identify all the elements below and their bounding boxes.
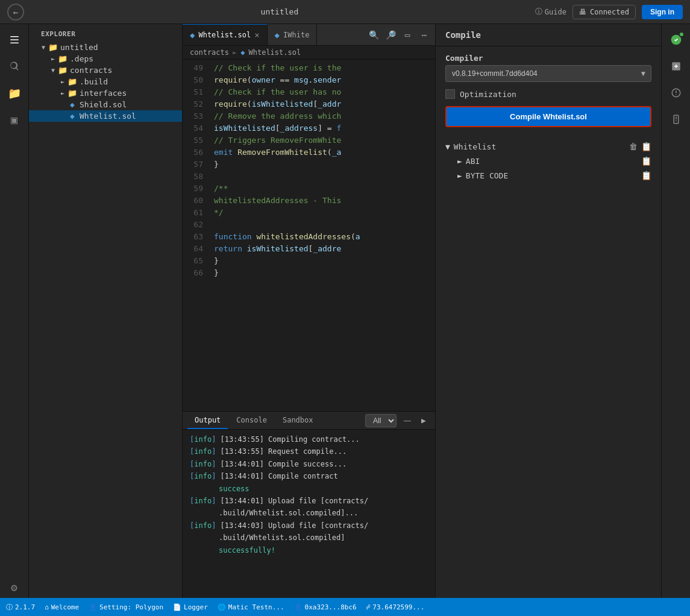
artifacts-section: ▼ Whitelist 🗑 📋 ► ABI 📋 ► BYTE CODE	[436, 134, 661, 187]
tree-label-whtelist: Whtelist.sol	[80, 112, 182, 121]
editor-area: ◆ Whtelist.sol × ◆ IWhite 🔍 🔎 ▭ ⋯ contra…	[183, 24, 435, 598]
filter-select[interactable]: All	[365, 414, 397, 427]
chevron-right-icon: ►	[457, 171, 462, 180]
address-text: 0xa323...8bc6	[305, 603, 357, 611]
copy-icon[interactable]: 📋	[641, 142, 651, 151]
chevron-right-icon: ►	[58, 78, 67, 85]
activity-explorer[interactable]	[4, 29, 25, 51]
right-icon-compile[interactable]	[665, 29, 687, 51]
breadcrumb-file[interactable]: Whtelist.sol	[249, 48, 301, 57]
optimization-label: Optimization	[460, 90, 516, 99]
split-editor-icon[interactable]: ▭	[400, 28, 415, 42]
status-logger[interactable]: 📄 Logger	[173, 603, 208, 611]
status-balance[interactable]: ☍ 73.6472599...	[366, 603, 425, 611]
main-layout: 📁 ▣ ⚙ EXPLORER ▼ 📁 untitled ► 📁 .deps ▼ …	[0, 24, 690, 598]
tab-whtelist-close[interactable]: ×	[254, 30, 259, 40]
right-icon-clipboard[interactable]	[665, 108, 687, 130]
artifact-abi[interactable]: ► ABI 📋	[457, 154, 651, 168]
compile-button[interactable]: Compile Whtelist.sol	[445, 106, 651, 127]
compiler-label: Compiler	[445, 54, 651, 63]
code-content[interactable]: // Check if the user is the require(owne…	[209, 60, 435, 411]
tree-item-shield[interactable]: ◆ Shield.sol	[29, 99, 182, 110]
network-text: Matic Testn...	[228, 603, 284, 611]
copy-bytecode-icon[interactable]: 📋	[641, 171, 651, 180]
tree-item-build[interactable]: ► 📁 .build	[29, 76, 182, 87]
scroll-lock-icon[interactable]: ▶	[417, 414, 430, 427]
sidebar: EXPLORER ▼ 📁 untitled ► 📁 .deps ▼ 📁 cont…	[29, 24, 183, 598]
breadcrumb-sol-icon: ◆	[240, 48, 245, 57]
status-welcome[interactable]: ⌂ Welcome	[45, 603, 79, 611]
right-icon-settings[interactable]	[665, 82, 687, 104]
version-icon: ⓘ	[6, 603, 13, 612]
activity-bar: 📁 ▣ ⚙	[0, 24, 29, 598]
artifact-name: Whitelist	[454, 142, 496, 151]
tree-label-contracts: contracts	[70, 66, 182, 75]
guide-button[interactable]: ⓘ Guide	[535, 7, 566, 17]
compiler-version-select[interactable]: v0.8.19+commit.7dd6d404	[445, 65, 651, 82]
top-bar-right: ⓘ Guide 🖶 Connected Sign in	[535, 5, 683, 19]
activity-extensions[interactable]: ▣	[4, 108, 25, 130]
code-line-59: /**	[214, 183, 430, 195]
activity-source-control[interactable]: 📁	[4, 82, 25, 104]
status-bar: ⓘ 2.1.7 ⌂ Welcome 👤 Setting: Polygon 📄 L…	[0, 598, 690, 616]
tree-item-interfaces[interactable]: ► 📁 interfaces	[29, 87, 182, 99]
delete-icon[interactable]: 🗑	[629, 142, 638, 151]
right-icon-deploy[interactable]	[665, 55, 687, 77]
tab-sandbox[interactable]: Sandbox	[275, 412, 321, 429]
tree-item-whtelist[interactable]: ◆ Whtelist.sol	[29, 110, 182, 122]
more-actions-icon[interactable]: ⋯	[417, 28, 431, 42]
code-line-60: whitelistedAddresses - This	[214, 195, 430, 207]
status-address[interactable]: 👤 0xa323...8bc6	[294, 603, 357, 611]
abi-copy-action: 📋	[641, 156, 651, 166]
tab-iwhite[interactable]: ◆ IWhite	[268, 24, 318, 45]
artifact-whitelist-header[interactable]: ▼ Whitelist 🗑 📋	[445, 139, 651, 154]
folder-icon: 📁	[58, 54, 67, 63]
zoom-in-icon[interactable]: 🔍	[366, 28, 381, 42]
status-network[interactable]: 🌐 Matic Testn...	[218, 603, 284, 611]
artifact-bytecode[interactable]: ► BYTE CODE 📋	[457, 168, 651, 183]
tree-item-untitled[interactable]: ▼ 📁 untitled	[29, 42, 182, 53]
monitor-icon: 🖶	[579, 8, 586, 16]
log-line-3: [info] [13:44:01] Compile success...	[190, 458, 428, 470]
bytecode-copy-action: 📋	[641, 171, 651, 180]
tab-sol-icon: ◆	[190, 30, 195, 40]
tab-console[interactable]: Console	[229, 412, 274, 429]
chevron-down-icon: ▼	[39, 44, 48, 51]
code-line-51: // Check if the user has no	[214, 86, 430, 98]
status-setting[interactable]: 👤 Setting: Polygon	[89, 603, 163, 611]
log-line-1: [info] [13:43:55] Compiling contract...	[190, 433, 428, 445]
artifact-actions: 🗑 📋	[629, 142, 651, 151]
connected-button[interactable]: 🖶 Connected	[572, 5, 636, 19]
log-bracket: ]	[212, 435, 216, 444]
code-line-53: // Remove the address which	[214, 110, 430, 122]
tree-item-contracts[interactable]: ▼ 📁 contracts	[29, 64, 182, 76]
activity-search[interactable]	[4, 55, 25, 77]
status-version[interactable]: ⓘ 2.1.7	[6, 603, 35, 612]
right-panel: Compile Compiler v0.8.19+commit.7dd6d404…	[435, 24, 661, 598]
tab-whtelist[interactable]: ◆ Whtelist.sol ×	[183, 24, 268, 45]
log-line-6: [info] [13:44:01] Upload file [contracts…	[190, 495, 428, 507]
activity-settings[interactable]: ⚙	[4, 576, 25, 598]
tabs-actions: 🔍 🔎 ▭ ⋯	[363, 28, 435, 42]
optimization-row: Optimization	[445, 89, 651, 99]
optimization-checkbox[interactable]	[445, 89, 455, 99]
copy-abi-icon[interactable]: 📋	[641, 156, 651, 166]
code-line-56: emit RemoveFromWhitelist(_a	[214, 146, 430, 159]
tab-output[interactable]: Output	[187, 412, 228, 429]
code-editor[interactable]: 49505152 53545556 57585960 61626364 6566…	[183, 60, 435, 411]
log-line-10: successfully!	[190, 544, 428, 556]
tab-iwhite-label: IWhite	[283, 31, 309, 39]
breadcrumb-contracts[interactable]: contracts	[190, 48, 229, 57]
network-icon: 🌐	[218, 603, 226, 611]
tab-sol-icon-2: ◆	[275, 30, 280, 40]
back-button[interactable]: ←	[7, 4, 24, 20]
guide-label: Guide	[545, 8, 566, 16]
tree-item-deps[interactable]: ► 📁 .deps	[29, 53, 182, 64]
logger-text: Logger	[184, 603, 208, 611]
address-icon: 👤	[294, 603, 303, 611]
zoom-out-icon[interactable]: 🔎	[383, 28, 398, 42]
chevron-right-icon: ►	[48, 55, 58, 62]
clear-icon[interactable]: ⸻	[400, 414, 413, 427]
output-filter: All ⸻ ▶	[365, 414, 430, 427]
signin-button[interactable]: Sign in	[642, 5, 683, 19]
